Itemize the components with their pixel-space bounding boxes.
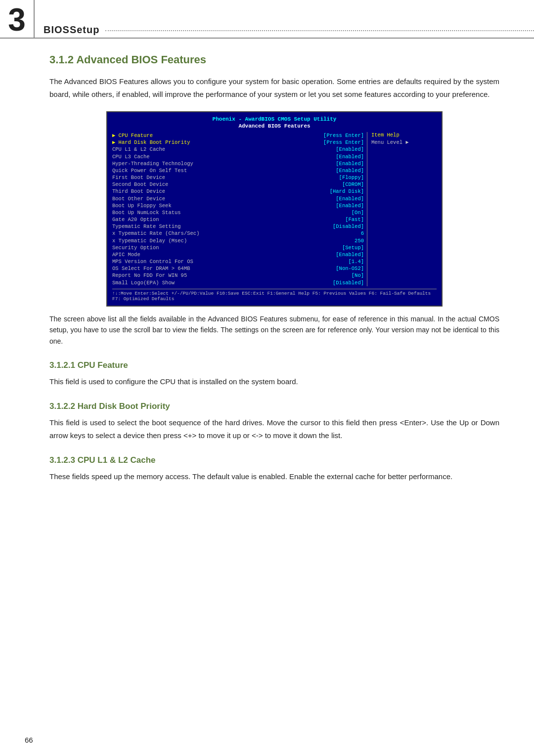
bios-menu-row: Report No FDD For WIN 95[No] [112, 272, 364, 279]
bios-menu-row: Hyper-Threading Technology[Enabled] [112, 160, 364, 167]
bios-menu-row: Quick Power On Self Test[Enabled] [112, 167, 364, 174]
bios-menu-row: ▶ Hard Disk Boot Priority[Press Enter] [112, 139, 364, 146]
bios-menu-row: ▶ CPU Feature[Press Enter] [112, 132, 364, 139]
bios-menu-row: Gate A20 Option[Fast] [112, 216, 364, 223]
dots-line [105, 30, 534, 31]
bios-menu-row: CPU L1 & L2 Cache[Enabled] [112, 146, 364, 153]
bios-menu-row: Typematic Rate Setting[Disabled] [112, 223, 364, 230]
bios-setup-title: BIOSSetup [44, 24, 99, 36]
bios-caption: The screen above list all the fields ava… [49, 313, 499, 347]
subsection-heading: 3.1.2.3 CPU L1 & L2 Cache [49, 455, 499, 465]
bios-help-panel: Item Help Menu Level ► [367, 132, 437, 286]
bios-menu-row: x Typematic Rate (Chars/Sec)6 [112, 230, 364, 237]
bios-body: ▶ CPU Feature[Press Enter]▶ Hard Disk Bo… [112, 132, 437, 286]
bios-menu-row: Second Boot Device[CDROM] [112, 181, 364, 188]
bios-menu-left: ▶ CPU Feature[Press Enter]▶ Hard Disk Bo… [112, 132, 367, 286]
page-number: 66 [25, 736, 33, 744]
subsection-body: These fields speed up the memory access.… [49, 470, 499, 483]
bios-menu-row: Third Boot Device[Hard Disk] [112, 188, 364, 195]
intro-paragraph: The Advanced BIOS Features allows you to… [49, 75, 499, 100]
bios-menu-row: Security Option[Setup] [112, 244, 364, 251]
bios-help-title: Item Help [371, 132, 437, 138]
bios-menu-row: x Typematic Delay (Msec)250 [112, 237, 364, 244]
bios-screenshot: Phoenix - AwardBIOS CMOS Setup Utility A… [106, 111, 443, 307]
bios-footer: ↑↓:Move Enter:Select +/-/PU/PD:Value F10… [112, 289, 437, 302]
dots-row [105, 29, 534, 31]
header-title-row: BIOSSetup [44, 24, 534, 36]
bios-menu-row: CPU L3 Cache[Enabled] [112, 153, 364, 160]
bios-footer-text: ↑↓:Move Enter:Select +/-/PU/PD:Value F10… [112, 291, 437, 302]
bios-menu-row: MPS Version Control For OS[1.4] [112, 258, 364, 265]
bios-help-value: Menu Level ► [371, 139, 437, 145]
subsection-body: This field is used to configure the CPU … [49, 375, 499, 388]
page-content: 3.1.2 Advanced BIOS Features The Advance… [0, 39, 534, 506]
bios-menu-row: Boot Up Floppy Seek[Enabled] [112, 202, 364, 209]
bios-menu-row: Boot Other Device[Enabled] [112, 195, 364, 202]
subsections: 3.1.2.1 CPU FeatureThis field is used to… [49, 360, 499, 483]
page-header: 3 BIOSSetup [0, 0, 534, 39]
chapter-number: 3 [0, 0, 35, 38]
bios-menu-row: First Boot Device[Floppy] [112, 174, 364, 181]
bios-subtitle: Advanced BIOS Features [112, 123, 437, 129]
header-right: BIOSSetup [35, 0, 534, 38]
bios-menu-row: OS Select For DRAM > 64MB[Non-OS2] [112, 265, 364, 272]
main-section-heading: 3.1.2 Advanced BIOS Features [49, 53, 499, 66]
bios-menu-row: APIC Mode[Enabled] [112, 251, 364, 258]
bios-menu-row: Small Logo(EPA) Show[Disabled] [112, 279, 364, 286]
bios-menu-row: Boot Up NumLock Status[On] [112, 209, 364, 216]
subsection-heading: 3.1.2.2 Hard Disk Boot Priority [49, 401, 499, 411]
subsection-body: This field is used to select the boot se… [49, 416, 499, 442]
subsection-heading: 3.1.2.1 CPU Feature [49, 360, 499, 370]
bios-title: Phoenix - AwardBIOS CMOS Setup Utility [112, 116, 437, 122]
